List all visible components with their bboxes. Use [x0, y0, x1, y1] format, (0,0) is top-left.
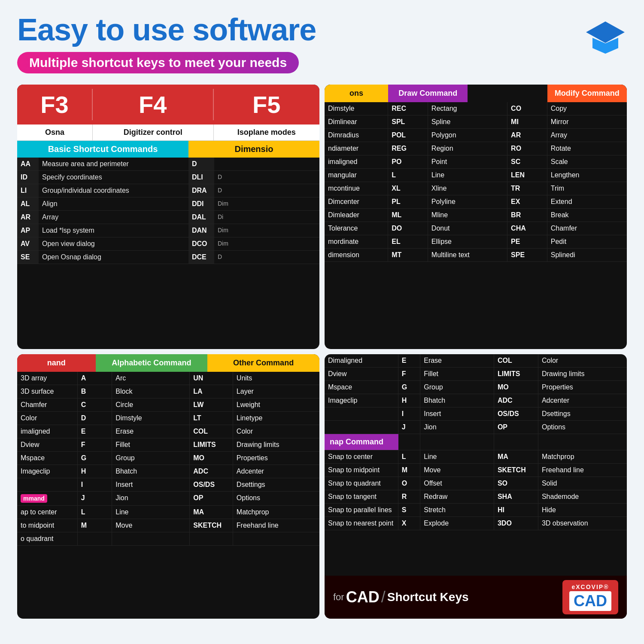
shortcut-keys-text: Shortcut Keys [387, 590, 469, 604]
table-row: I Insert OS/DS Dsettings [17, 478, 319, 492]
header-nand: nand [17, 354, 96, 372]
header-other: Other Command [207, 354, 319, 372]
header-alpha: Alphabetic Command [96, 354, 208, 372]
card2-header: ons Draw Command Modify Command [325, 85, 627, 102]
fkey-f5-desc: Isoplane modes [214, 125, 319, 140]
dimension-header: Dimensio [188, 141, 319, 158]
dim-ddi: DDI Dim [188, 197, 319, 211]
cmd-row-li: LI Group/individual coordinates [17, 184, 188, 197]
cmd-row-ar: AR Array [17, 211, 188, 224]
table-row: Chamfer C Circle LW Lweight [17, 398, 319, 412]
card3-header: nand Alphabetic Command Other Command [17, 354, 319, 372]
basic-cmd-col: AA Measure area and perimeter ID Specify… [17, 158, 188, 349]
table-row: Snap to parallel lines S Stretch HI Hide [325, 504, 627, 517]
table-row: Dview F Fillet LIMITS Drawing limits [17, 438, 319, 452]
header-left: Easy to use software Multiple shortcut k… [17, 13, 316, 73]
card-draw-modify: ons Draw Command Modify Command Dimstyle… [325, 85, 627, 349]
table-row: imaligned E Erase COL Color [17, 425, 319, 438]
table-row: dimension MT Multiline text SPE Splinedi [325, 249, 627, 262]
dim-dal: DAL Di [188, 211, 319, 224]
card-snap: Dimaligned E Erase COL Color Dview F Fil… [325, 354, 627, 619]
table-row: Mspace G Group MO Properties [325, 381, 627, 394]
table-row: imaligned PO Point SC Scale [325, 155, 627, 169]
table-row: Imageclip H Bhatch ADC Adcenter [325, 394, 627, 407]
slash-text: / [381, 588, 386, 606]
table-row: Tolerance DO Donut CHA Chamfer [325, 222, 627, 235]
table-row: I Insert OS/DS Dsettings [325, 407, 627, 421]
footer-title: for CAD / Shortcut Keys [333, 588, 469, 606]
table-row: Snap to tangent R Redraw SHA Shademode [325, 490, 627, 504]
fkey-f5: F5 [214, 89, 319, 120]
dim-dra: DRA D [188, 184, 319, 197]
table-row: Dimcenter PL Polyline EX Extend [325, 195, 627, 209]
fkey-row: F3 F4 F5 [17, 85, 319, 125]
dim-dan: DAN Dim [188, 224, 319, 237]
table-row: ndiameter REG Region RO Rotate [325, 142, 627, 155]
excovip-cad-label: CAD [569, 591, 611, 611]
header-spacer [468, 85, 547, 102]
table-row: Dimleader ML Mline BR Break [325, 209, 627, 222]
card-fkeys: F3 F4 F5 Osna Digitizer control Isoplane… [17, 85, 319, 349]
table-row: ap to center L Line MA Matchprop [17, 506, 319, 519]
cad-text: CAD [346, 588, 380, 606]
fkey-desc-row: Osna Digitizer control Isoplane modes [17, 125, 319, 141]
table-row: Snap to midpoint M Move SKETCH Freehand … [325, 464, 627, 477]
table-row: mordinate EL Ellipse PE Pedit [325, 235, 627, 249]
card-alphabetic: nand Alphabetic Command Other Command 3D… [17, 354, 319, 619]
table-row: o quadrant [17, 532, 319, 546]
header-draw: Draw Command [388, 85, 468, 102]
dim-dli: DLI D [188, 171, 319, 184]
graduation-icon [584, 17, 627, 60]
card3-rows: 3D array A Arc UN Units 3D surface B Blo… [17, 372, 319, 619]
table-row: mangular L Line LEN Lengthen [325, 169, 627, 182]
table-row: 3D array A Arc UN Units [17, 372, 319, 385]
subtitle-pill: Multiple shortcut keys to meet your need… [17, 52, 299, 73]
section-headers: Basic Shortcut Commands Dimensio [17, 141, 319, 158]
table-row: Mspace G Group MO Properties [17, 452, 319, 465]
dim-cmd-col: D DLI D DRA D DDI Dim DAL Di [188, 158, 319, 349]
dim-d: D [188, 158, 319, 171]
main-grid: F3 F4 F5 Osna Digitizer control Isoplane… [0, 78, 644, 627]
table-row: 3D surface B Block LA Layer [17, 385, 319, 398]
cmd-row-av: AV Open view dialog [17, 237, 188, 251]
cmd-row-aa: AA Measure area and perimeter [17, 158, 188, 171]
excovip-brand: eXCOVIP® CAD [562, 580, 618, 614]
card4-content: Dimaligned E Erase COL Color Dview F Fil… [325, 354, 627, 576]
for-text: for [333, 592, 344, 603]
snap-command-header: nap Command [325, 434, 398, 450]
table-row: Snap to quadrant O Offset SO Solid [325, 477, 627, 490]
table-row: Dimlinear SPL Spline MI Mirror [325, 115, 627, 129]
card4-footer: for CAD / Shortcut Keys eXCOVIP® CAD [325, 576, 627, 619]
table-row: Imageclip H Bhatch ADC Adcenter [17, 465, 319, 478]
excovip-label: eXCOVIP® [569, 583, 611, 590]
main-title: Easy to use software [17, 13, 316, 47]
table-row: Dimstyle REC Rectang CO Copy [325, 102, 627, 115]
snap-header-row: nap Command [325, 434, 627, 450]
table-row: Dimradius POL Polygon AR Array [325, 129, 627, 142]
page-header: Easy to use software Multiple shortcut k… [0, 0, 644, 78]
fkey-f3: F3 [17, 89, 93, 120]
table-row: Snap to nearest point X Explode 3DO 3D o… [325, 517, 627, 530]
table-row: mcontinue XL Xline TR Trim [325, 182, 627, 195]
header-modify: Modify Command [547, 85, 627, 102]
svg-marker-0 [586, 21, 625, 43]
table-row: to midpoint M Move SKETCH Freehand line [17, 519, 319, 532]
table-row: Color D Dimstyle LT Linetype [17, 412, 319, 425]
header-ons: ons [325, 85, 388, 102]
table-row: Dview F Fillet LIMITS Drawing limits [325, 368, 627, 381]
table-row: Dimaligned E Erase COL Color [325, 354, 627, 368]
commands-grid: AA Measure area and perimeter ID Specify… [17, 158, 319, 349]
table-row: J Jion OP Options [325, 421, 627, 434]
dim-dce: DCE D [188, 251, 319, 264]
fkey-f4-desc: Digitizer control [93, 125, 214, 140]
cmd-row-id: ID Specify coordinates [17, 171, 188, 184]
cmd-row-al: AL Align [17, 197, 188, 211]
card2-rows: Dimstyle REC Rectang CO Copy Dimlinear S… [325, 102, 627, 349]
fkey-f4: F4 [93, 89, 214, 120]
dim-dco: DCO Dim [188, 237, 319, 251]
cmd-row-se: SE Open Osnap dialog [17, 251, 188, 264]
basic-shortcut-header: Basic Shortcut Commands [17, 141, 188, 158]
fkey-f3-desc: Osna [17, 125, 93, 140]
table-row: mmand J Jion OP Options [17, 492, 319, 506]
cmd-row-ap: AP Load *lsp system [17, 224, 188, 237]
